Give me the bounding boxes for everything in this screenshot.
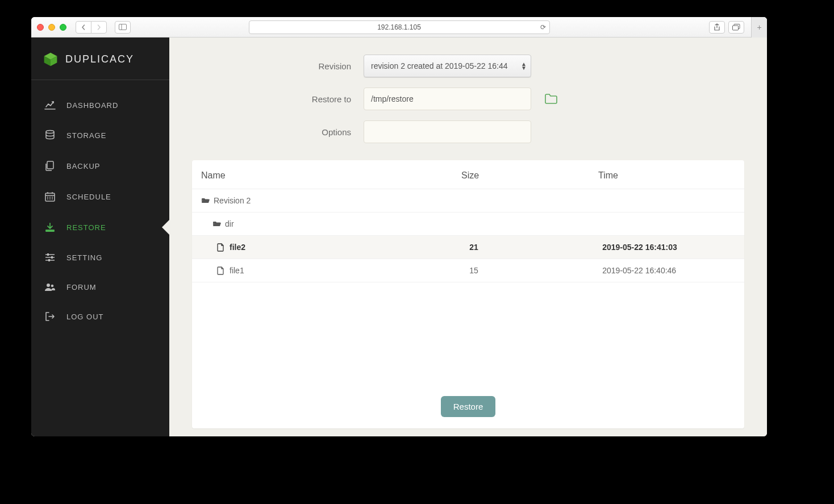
row-name: dir: [225, 219, 234, 228]
folder-open-icon: [212, 220, 222, 227]
svg-rect-19: [46, 230, 54, 232]
brand-text: DUPLICACY: [65, 53, 134, 65]
file-icon: [217, 243, 226, 252]
row-name: file2: [230, 243, 245, 252]
back-button[interactable]: [76, 21, 91, 34]
svg-rect-21: [47, 253, 49, 256]
forward-button[interactable]: [91, 21, 107, 34]
svg-point-7: [46, 131, 54, 134]
sidebar-item-label: SETTING: [66, 253, 102, 262]
svg-rect-25: [48, 259, 50, 261]
revision-label: Revision: [192, 61, 351, 71]
sliders-icon: [44, 252, 56, 263]
logo-icon: [43, 51, 59, 67]
main-content: Revision revision 2 created at 2019-05-2…: [169, 38, 767, 436]
row-time: 2019-05-22 16:41:03: [602, 243, 735, 252]
row-name: file1: [230, 266, 244, 275]
svg-rect-23: [51, 256, 53, 259]
file-table: Name Size Time Revision 2: [192, 160, 744, 282]
download-icon: [44, 222, 56, 233]
browse-folder-button[interactable]: [544, 91, 558, 106]
chart-line-icon: [44, 100, 56, 110]
revision-select[interactable]: revision 2 created at 2019-05-22 16:44: [364, 55, 531, 77]
row-size: 15: [469, 266, 602, 275]
browser-window: 192.168.1.105 ⟳ + DUPLICACY: [31, 17, 767, 436]
url-text: 192.168.1.105: [377, 23, 421, 31]
new-tab-button[interactable]: +: [751, 17, 767, 38]
svg-point-26: [47, 284, 50, 287]
row-size: 21: [469, 243, 602, 252]
calendar-icon: [44, 191, 56, 202]
sidebar-item-label: BACKUP: [66, 162, 100, 170]
close-window-button[interactable]: [37, 24, 44, 31]
restore-button[interactable]: Restore: [441, 396, 496, 417]
table-row[interactable]: file1 15 2019-05-22 16:40:46: [192, 259, 744, 282]
sidebar-item-schedule[interactable]: SCHEDULE: [31, 181, 169, 212]
tabs-button[interactable]: [728, 21, 744, 34]
logout-icon: [44, 311, 56, 322]
svg-point-27: [51, 285, 54, 288]
copy-icon: [44, 160, 56, 172]
table-row[interactable]: Revision 2: [192, 189, 744, 213]
row-time: 2019-05-22 16:40:46: [602, 266, 735, 275]
restore-to-label: Restore to: [192, 94, 351, 104]
options-label: Options: [192, 127, 351, 137]
svg-rect-0: [119, 24, 127, 30]
header-name: Name: [201, 170, 461, 181]
svg-rect-8: [47, 161, 53, 169]
address-bar[interactable]: 192.168.1.105 ⟳: [249, 20, 550, 34]
sidebar-item-logout[interactable]: LOG OUT: [31, 302, 169, 331]
sidebar-item-label: SCHEDULE: [66, 193, 111, 201]
zoom-window-button[interactable]: [60, 24, 66, 31]
options-input[interactable]: [364, 120, 531, 143]
sidebar-item-dashboard[interactable]: DASHBOARD: [31, 90, 169, 120]
svg-rect-3: [733, 26, 739, 30]
row-name: Revision 2: [214, 196, 251, 205]
users-icon: [44, 282, 56, 292]
header-time: Time: [598, 170, 735, 181]
sidebar-item-setting[interactable]: SETTING: [31, 243, 169, 272]
folder-open-icon: [201, 197, 210, 204]
database-icon: [44, 130, 56, 141]
sidebar-item-label: RESTORE: [66, 223, 106, 232]
sidebar: DUPLICACY DASHBOARD STORAGE BACKUP: [31, 38, 169, 436]
sidebar-item-label: FORUM: [66, 283, 97, 291]
reload-icon[interactable]: ⟳: [540, 23, 546, 31]
titlebar: 192.168.1.105 ⟳ +: [31, 17, 767, 38]
sidebar-item-label: LOG OUT: [66, 313, 104, 321]
minimize-window-button[interactable]: [48, 24, 55, 31]
sidebar-toggle-button[interactable]: [115, 21, 131, 34]
sidebar-item-storage[interactable]: STORAGE: [31, 120, 169, 151]
sidebar-item-restore[interactable]: RESTORE: [31, 212, 169, 243]
nav-buttons: [76, 21, 107, 34]
window-controls: [37, 24, 66, 31]
table-row[interactable]: file2 21 2019-05-22 16:41:03: [192, 236, 744, 259]
options-row: Options: [192, 120, 744, 143]
header-size: Size: [461, 170, 598, 181]
share-button[interactable]: [709, 21, 725, 34]
restore-to-input[interactable]: [364, 88, 531, 110]
file-browser-card: Name Size Time Revision 2: [192, 160, 744, 428]
sidebar-item-backup[interactable]: BACKUP: [31, 151, 169, 181]
table-header: Name Size Time: [192, 160, 744, 189]
sidebar-item-label: STORAGE: [66, 131, 106, 140]
sidebar-item-label: DASHBOARD: [66, 101, 118, 110]
table-row[interactable]: dir: [192, 213, 744, 236]
revision-row: Revision revision 2 created at 2019-05-2…: [192, 55, 744, 77]
brand: DUPLICACY: [31, 48, 169, 80]
file-icon: [217, 266, 226, 275]
toolbar-right: +: [709, 17, 761, 38]
sidebar-item-forum[interactable]: FORUM: [31, 272, 169, 302]
restore-to-row: Restore to: [192, 88, 744, 110]
